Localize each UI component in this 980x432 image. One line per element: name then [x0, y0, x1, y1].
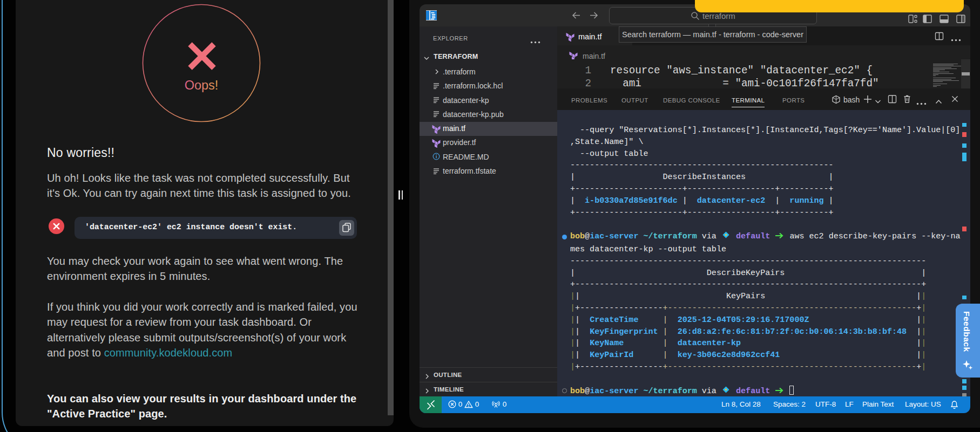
svg-text:Oops!: Oops!	[185, 78, 219, 92]
